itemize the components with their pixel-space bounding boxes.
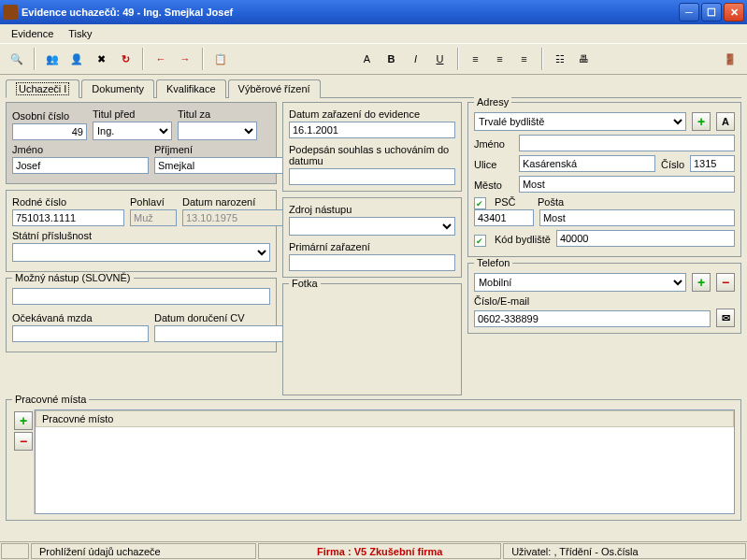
adr-ulice-input[interactable] — [519, 155, 655, 172]
pracovne-del-button[interactable]: − — [14, 432, 33, 451]
adr-psc-label: PSČ — [495, 196, 521, 208]
titul-pred-select[interactable]: Ing. — [93, 122, 172, 140]
window-title: Evidence uchazečů: 49 - Ing. Smejkal Jos… — [22, 7, 677, 18]
pracovne-header[interactable]: Pracovné místo — [36, 410, 734, 427]
adr-jmeno-label: Jméno — [474, 138, 513, 150]
souhlas-label: Podepsán souhlas s uchováním do datumu — [289, 144, 455, 166]
adr-cislo-input[interactable] — [690, 155, 735, 172]
refresh-icon[interactable]: ↻ — [114, 48, 136, 70]
statni-select[interactable] — [12, 243, 270, 262]
menu-tisky[interactable]: Tisky — [61, 26, 99, 41]
search-icon[interactable]: 🔍 — [6, 48, 28, 70]
adr-cislo-label: Číslo — [661, 159, 684, 170]
fotka-legend: Fotka — [289, 278, 321, 289]
group-pracovne: Pracovné místa + − Pracovné místo — [6, 399, 741, 521]
telefon-typ-select[interactable]: Mobilní — [474, 273, 686, 292]
adr-posta-input[interactable] — [539, 209, 735, 226]
adr-mesto-input[interactable] — [519, 176, 735, 193]
prev-icon[interactable]: ← — [150, 48, 172, 70]
status-left: Prohlížení údajů uchazeče — [31, 543, 256, 559]
pracovne-legend: Pracovné místa — [12, 394, 89, 405]
kod-checkbox[interactable]: ✔ — [474, 235, 486, 247]
osobni-cislo-input[interactable] — [12, 123, 87, 140]
titul-pred-label: Titul před — [93, 108, 172, 120]
adr-mesto-label: Město — [474, 179, 513, 191]
people-icon[interactable]: 👥 — [41, 48, 64, 70]
ocekavana-label: Očekávaná mzda — [12, 312, 149, 323]
maximize-button[interactable]: ☐ — [701, 3, 722, 22]
tab-uchazeci[interactable]: Uchazeči I — [6, 79, 79, 98]
tab-dokumenty[interactable]: Dokumenty — [81, 79, 154, 98]
group-personal: Osobní číslo Titul před Ing. Titul za Jm… — [6, 102, 277, 184]
adr-psc-input[interactable] — [474, 209, 534, 226]
datum-zarazeni-label: Datum zařazení do evidence — [289, 108, 455, 120]
psc-checkbox[interactable]: ✔ — [474, 197, 486, 209]
toolbar: 🔍 👥 👤 ✖ ↻ ← → 📋 A B I U ≡ ≡ ≡ ☷ 🖶 🚪 — [0, 43, 747, 75]
exit-icon[interactable]: 🚪 — [719, 48, 741, 70]
datum-cv-label: Datum doručení CV — [154, 312, 291, 323]
ocekavana-input[interactable] — [12, 325, 149, 342]
pohlavi-input — [130, 209, 177, 226]
menubar: Evidence Tisky — [0, 24, 747, 43]
group-adresy: Adresy Trvalé bydliště + A Jméno Ulice Č… — [467, 102, 741, 257]
italic-icon[interactable]: I — [405, 48, 427, 70]
datum-zarazeni-input[interactable] — [289, 122, 455, 138]
mail-icon[interactable]: ✉ — [716, 309, 735, 327]
statusbar: Prohlížení údajů uchazeče Firma : V5 Zku… — [0, 541, 747, 560]
status-right: Uživatel: , Třídění - Os.čísla — [503, 543, 746, 559]
zdroj-select[interactable] — [289, 217, 455, 236]
minimize-button[interactable]: ─ — [679, 3, 699, 22]
align-right-icon[interactable]: ≡ — [513, 48, 536, 70]
jmeno-input[interactable] — [12, 157, 149, 174]
primarni-label: Primární zařazení — [289, 241, 455, 252]
content: Osobní číslo Titul před Ing. Titul za Jm… — [0, 98, 747, 399]
close-button[interactable]: ✕ — [724, 3, 744, 22]
tab-vyberove[interactable]: Výběrové řízení — [228, 79, 321, 98]
adresy-a-button[interactable]: A — [716, 112, 735, 131]
jmeno-label: Jméno — [12, 144, 149, 155]
prijmeni-input[interactable] — [154, 157, 291, 174]
datum-cv-input[interactable] — [154, 325, 291, 342]
telefon-add-button[interactable]: + — [692, 273, 711, 292]
adr-kod-input[interactable] — [556, 230, 735, 247]
adr-kod-label: Kód bydliště — [495, 234, 551, 245]
pracovne-add-button[interactable]: + — [14, 411, 33, 430]
pohlavi-label: Pohlaví — [130, 196, 177, 208]
adresy-add-button[interactable]: + — [692, 112, 711, 131]
next-icon[interactable]: → — [174, 48, 196, 70]
person-remove-icon[interactable]: ✖ — [90, 48, 112, 70]
align-center-icon[interactable]: ≡ — [489, 48, 511, 70]
font-color-icon[interactable]: A — [356, 48, 379, 70]
group-telefon: Telefon Mobilní + − Číslo/E-mail ✉ — [467, 263, 741, 334]
group-rodne: Rodné číslo Pohlaví Datum narození Státn… — [6, 190, 277, 272]
person-add-icon[interactable]: 👤 — [65, 48, 88, 70]
tabs: Uchazeči I Dokumenty Kvalifikace Výběrov… — [0, 75, 747, 97]
bold-icon[interactable]: B — [381, 48, 403, 70]
status-firma: Firma : V5 Zkušební firma — [258, 543, 501, 559]
souhlas-input[interactable] — [289, 168, 455, 185]
adresy-typ-select[interactable]: Trvalé bydliště — [474, 112, 686, 131]
telefon-cislo-input[interactable] — [474, 310, 711, 327]
telefon-legend: Telefon — [474, 257, 512, 268]
nastup-legend: Možný nástup (SLOVNĚ) — [12, 272, 134, 283]
adr-ulice-label: Ulice — [474, 159, 513, 170]
menu-evidence[interactable]: Evidence — [4, 26, 61, 41]
telefon-del-button[interactable]: − — [716, 273, 735, 292]
primarni-input[interactable] — [289, 254, 455, 271]
print-icon[interactable]: 🖶 — [573, 48, 596, 70]
underline-icon[interactable]: U — [429, 48, 452, 70]
nastup-input[interactable] — [12, 288, 270, 305]
align-left-icon[interactable]: ≡ — [465, 48, 487, 70]
paste-icon[interactable]: 📋 — [209, 48, 232, 70]
titul-za-select[interactable] — [178, 122, 257, 140]
rodne-cislo-label: Rodné číslo — [12, 196, 124, 208]
rodne-cislo-input[interactable] — [12, 209, 124, 226]
app-icon — [3, 5, 18, 20]
osobni-cislo-label: Osobní číslo — [12, 110, 87, 122]
tab-kvalifikace[interactable]: Kvalifikace — [156, 79, 226, 98]
titlebar: Evidence uchazečů: 49 - Ing. Smejkal Jos… — [0, 0, 747, 24]
list-icon[interactable]: ☷ — [549, 48, 571, 70]
group-fotka: Fotka — [282, 283, 462, 395]
adr-jmeno-input[interactable] — [519, 135, 735, 151]
group-nastup: Možný nástup (SLOVNĚ) Očekávaná mzda Dat… — [6, 278, 277, 352]
